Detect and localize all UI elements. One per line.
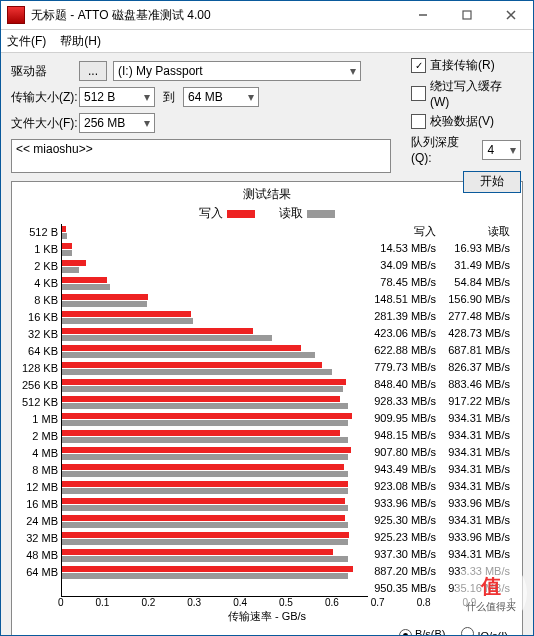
minimize-button[interactable] xyxy=(401,1,445,29)
legend: 写入 读取 xyxy=(18,205,516,222)
queue-depth-label: 队列深度(Q): xyxy=(411,134,476,165)
x-axis-ticks: 00.10.20.30.40.50.60.70.80.91 xyxy=(58,597,516,608)
filesize-label: 文件大小(F): xyxy=(11,115,79,132)
verify-checkbox[interactable]: 校验数据(V) xyxy=(411,113,521,130)
value-table: 写入读取 14.53 MB/s16.93 MB/s34.09 MB/s31.49… xyxy=(368,224,516,597)
queue-depth-select[interactable]: 4 xyxy=(482,140,521,160)
filesize-select[interactable]: 256 MB xyxy=(79,113,155,133)
y-axis-labels: 512 B1 KB2 KB4 KB8 KB16 KB32 KB64 KB128 … xyxy=(18,224,61,597)
transfer-label: 传输大小(Z): xyxy=(11,89,79,106)
results-panel: 测试结果 写入 读取 512 B1 KB2 KB4 KB8 KB16 KB32 … xyxy=(11,181,523,636)
chart-bars xyxy=(61,224,368,597)
browse-button[interactable]: ... xyxy=(79,61,107,81)
description-box[interactable]: << miaoshu>> xyxy=(11,139,391,173)
maximize-button[interactable] xyxy=(445,1,489,29)
to-label: 到 xyxy=(163,89,175,106)
direct-io-checkbox[interactable]: ✓直接传输(R) xyxy=(411,57,521,74)
drive-select[interactable]: (I:) My Passport xyxy=(113,61,361,81)
app-window: 无标题 - ATTO 磁盘基准测试 4.00 文件(F) 帮助(H) 驱动器 .… xyxy=(0,0,534,636)
transfer-max-select[interactable]: 64 MB xyxy=(183,87,259,107)
read-swatch xyxy=(307,210,335,218)
window-title: 无标题 - ATTO 磁盘基准测试 4.00 xyxy=(31,7,401,24)
unit-io-radio[interactable]: IO/s(I) xyxy=(461,627,508,636)
unit-bytes-radio[interactable]: B/s(B) xyxy=(399,628,446,637)
x-axis-label: 传输速率 - GB/s xyxy=(18,609,516,624)
write-swatch xyxy=(227,210,255,218)
bypass-cache-checkbox[interactable]: 绕过写入缓存(W) xyxy=(411,78,521,109)
start-button[interactable]: 开始 xyxy=(463,171,521,193)
drive-label: 驱动器 xyxy=(11,63,79,80)
svg-rect-0 xyxy=(463,11,471,19)
titlebar: 无标题 - ATTO 磁盘基准测试 4.00 xyxy=(1,1,533,30)
menubar: 文件(F) 帮助(H) xyxy=(1,30,533,53)
close-button[interactable] xyxy=(489,1,533,29)
transfer-min-select[interactable]: 512 B xyxy=(79,87,155,107)
menu-help[interactable]: 帮助(H) xyxy=(60,33,101,50)
app-icon xyxy=(7,6,25,24)
menu-file[interactable]: 文件(F) xyxy=(7,33,46,50)
